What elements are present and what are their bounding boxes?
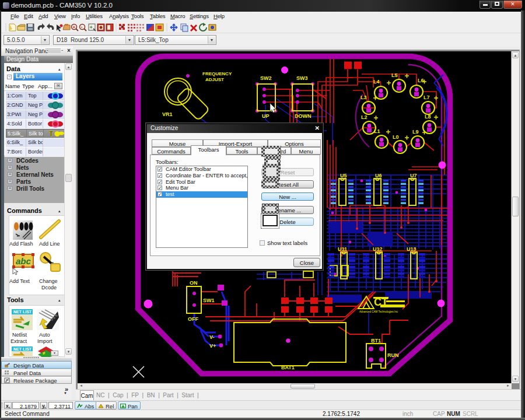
svg-text:P: P [6,379,9,383]
svg-text:ON: ON [190,280,198,286]
svg-text:U11: U11 [338,246,347,252]
svg-text:U12: U12 [373,246,383,252]
svg-text:Change: Change [39,278,58,284]
svg-text:NET LIST: NET LIST [13,347,32,351]
svg-text:Netlist: Netlist [12,332,27,338]
svg-text:FREQUENCY: FREQUENCY [202,71,232,76]
svg-text:V-: V- [209,334,215,340]
svg-text:U6: U6 [375,173,382,178]
svg-text:≠: ≠ [43,351,46,356]
svg-text:SW2: SW2 [260,75,272,81]
svg-text:SW3: SW3 [296,75,308,81]
svg-text:-: - [81,24,83,30]
svg-text:BT1: BT1 [371,338,381,344]
svg-text:L2: L2 [361,114,368,120]
svg-text:+: + [73,24,76,30]
svg-text:L6: L6 [418,78,424,83]
svg-text:DOWN: DOWN [295,113,312,119]
svg-text:L1: L1 [374,128,380,134]
svg-text:V+: V+ [209,343,216,349]
svg-text:SW1: SW1 [203,298,215,303]
svg-text:+: + [90,24,93,30]
svg-text:U13: U13 [407,246,416,252]
svg-text:L7: L7 [424,94,430,100]
svg-text:OFF: OFF [188,316,198,322]
svg-text:Add Flash: Add Flash [9,241,33,247]
svg-text:U7: U7 [410,173,417,178]
svg-text:ADJUST: ADJUST [205,77,224,82]
svg-text:Advanced CAM Technologies Inc: Advanced CAM Technologies Inc [359,310,398,313]
svg-text:L5: L5 [391,72,398,78]
svg-text:VR1: VR1 [162,111,173,117]
svg-text:RUN: RUN [387,352,399,358]
svg-text:L9: L9 [412,129,419,135]
svg-text:Dcode: Dcode [41,285,57,290]
svg-text:L0: L0 [393,134,399,140]
svg-text:Add Line: Add Line [39,241,60,247]
svg-text:NET LIST: NET LIST [13,310,32,314]
svg-text:T: T [49,130,54,138]
svg-text:UP: UP [262,113,270,119]
svg-text:BAT1: BAT1 [281,365,295,370]
svg-text:abc: abc [16,256,32,266]
svg-text:U5: U5 [340,173,347,178]
svg-text:Import: Import [37,338,52,344]
svg-text:Auto: Auto [39,332,50,338]
svg-text:L8: L8 [425,114,431,120]
svg-text:Extract: Extract [10,338,27,344]
svg-text:L4: L4 [373,79,380,85]
svg-text:L3: L3 [360,94,367,100]
svg-text:Add Text: Add Text [9,278,30,284]
